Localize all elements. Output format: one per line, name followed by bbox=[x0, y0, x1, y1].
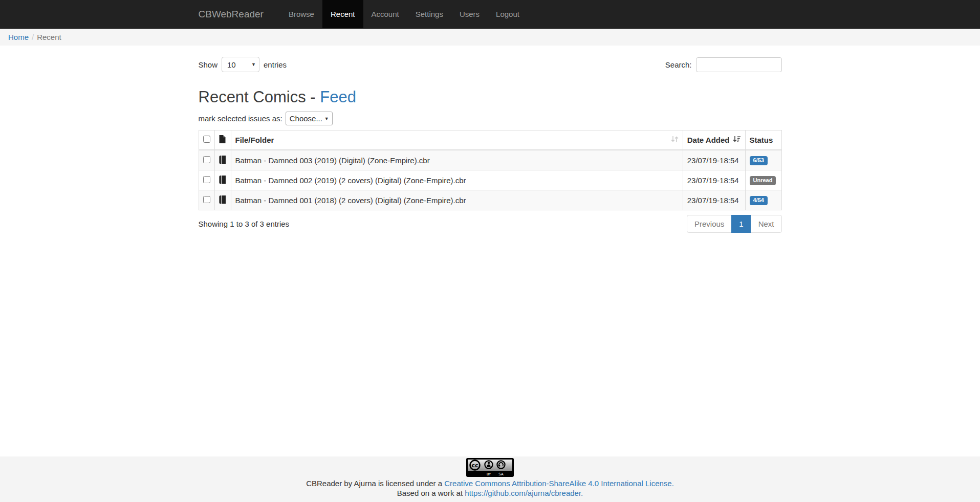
nav-item-browse[interactable]: Browse bbox=[280, 0, 322, 28]
breadcrumb: Home/Recent bbox=[0, 29, 980, 46]
book-icon bbox=[219, 157, 226, 165]
license-text: CBReader by Ajurna is licensed under a bbox=[306, 479, 444, 488]
nav-item-account[interactable]: Account bbox=[363, 0, 407, 28]
mark-selected-label: mark selected issues as: bbox=[199, 114, 282, 123]
show-label: Show bbox=[199, 60, 218, 69]
comic-file-link[interactable]: Batman - Damned 001 (2018) (2 covers) (D… bbox=[231, 190, 683, 210]
row-checkbox[interactable] bbox=[203, 156, 210, 163]
breadcrumb-separator: / bbox=[29, 33, 37, 41]
pagination-page-1-button[interactable]: 1 bbox=[731, 215, 751, 233]
nav-item-users[interactable]: Users bbox=[451, 0, 488, 28]
status-badge: 6/53 bbox=[750, 156, 768, 165]
brand-cbwebreader[interactable]: CBWebReader bbox=[199, 0, 271, 28]
svg-text:cc: cc bbox=[471, 462, 478, 469]
recent-comics-table: File/Folder Date Added bbox=[199, 130, 782, 210]
column-header-status: Status bbox=[745, 130, 781, 150]
table-row: Batman - Damned 001 (2018) (2 covers) (D… bbox=[199, 190, 781, 210]
page-length-control: Show 10 ▼ entries bbox=[199, 57, 287, 72]
mark-selected-select[interactable]: Choose... bbox=[286, 112, 333, 125]
svg-text:BY: BY bbox=[487, 472, 491, 476]
breadcrumb-current: Recent bbox=[37, 33, 61, 41]
nav-item-logout[interactable]: Logout bbox=[488, 0, 528, 28]
row-checkbox[interactable] bbox=[203, 196, 210, 203]
page-title: Recent Comics - Feed bbox=[199, 88, 782, 106]
comic-file-link[interactable]: Batman - Damned 002 (2019) (2 covers) (D… bbox=[231, 170, 683, 190]
table-row: Batman - Damned 003 (2019) (Digital) (Zo… bbox=[199, 150, 781, 170]
creative-commons-badge-icon[interactable]: cc BY SA bbox=[466, 458, 514, 478]
pagination-next-button[interactable]: Next bbox=[751, 215, 782, 233]
sort-descending-icon bbox=[733, 136, 741, 144]
nav-item-settings[interactable]: Settings bbox=[407, 0, 451, 28]
github-link[interactable]: https://github.com/ajurna/cbreader. bbox=[465, 489, 583, 497]
top-navbar: CBWebReader Browse Recent Account Settin… bbox=[0, 0, 980, 29]
date-added-cell: 23/07/19-18:54 bbox=[683, 150, 745, 170]
column-header-file-folder[interactable]: File/Folder bbox=[231, 130, 683, 150]
search-input[interactable] bbox=[696, 57, 782, 72]
table-header-row: File/Folder Date Added bbox=[199, 130, 781, 150]
feed-link[interactable]: Feed bbox=[320, 88, 356, 106]
breadcrumb-home-link[interactable]: Home bbox=[8, 33, 29, 41]
book-icon bbox=[219, 197, 226, 205]
search-label: Search: bbox=[665, 60, 692, 69]
page-size-select[interactable]: 10 bbox=[222, 57, 259, 72]
entries-label: entries bbox=[264, 60, 287, 69]
pagination-previous-button[interactable]: Previous bbox=[687, 215, 732, 233]
date-added-cell: 23/07/19-18:54 bbox=[683, 170, 745, 190]
svg-text:SA: SA bbox=[498, 472, 504, 476]
status-badge: Unread bbox=[750, 176, 776, 185]
nav-links: Browse Recent Account Settings Users Log… bbox=[280, 0, 528, 28]
comic-file-link[interactable]: Batman - Damned 003 (2019) (Digital) (Zo… bbox=[231, 150, 683, 170]
select-all-checkbox[interactable] bbox=[203, 136, 210, 143]
entries-summary: Showing 1 to 3 of 3 entries bbox=[199, 215, 290, 228]
status-badge: 4/54 bbox=[750, 196, 768, 205]
date-added-cell: 23/07/19-18:54 bbox=[683, 190, 745, 210]
sort-both-icon bbox=[671, 136, 679, 144]
file-type-icon bbox=[219, 136, 226, 145]
main-content: Show 10 ▼ entries Search: Recent Comics … bbox=[0, 46, 980, 456]
column-header-date-added[interactable]: Date Added bbox=[683, 130, 745, 150]
page-footer: cc BY SA CBReader by Ajurna is licensed … bbox=[0, 456, 980, 502]
license-line: CBReader by Ajurna is licensed under a C… bbox=[0, 478, 980, 488]
nav-item-recent[interactable]: Recent bbox=[322, 0, 363, 28]
source-line: Based on a work at https://github.com/aj… bbox=[0, 488, 980, 498]
row-checkbox[interactable] bbox=[203, 176, 210, 183]
book-icon bbox=[219, 177, 226, 185]
license-link[interactable]: Creative Commons Attribution-ShareAlike … bbox=[444, 479, 674, 488]
search-control: Search: bbox=[665, 57, 782, 72]
page-title-text: Recent Comics - bbox=[199, 88, 320, 106]
table-row: Batman - Damned 002 (2019) (2 covers) (D… bbox=[199, 170, 781, 190]
source-text: Based on a work at bbox=[397, 489, 465, 497]
pagination: Previous 1 Next bbox=[687, 215, 782, 233]
